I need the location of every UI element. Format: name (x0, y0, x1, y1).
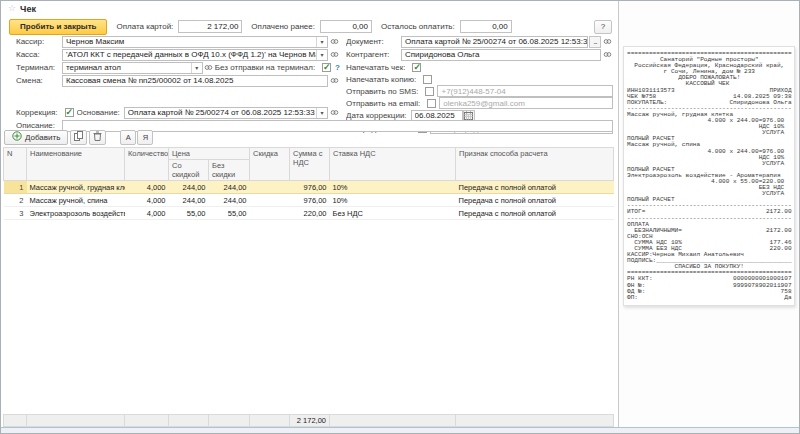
header-vat[interactable]: Ставка НДС (330, 148, 456, 181)
sort-ascending-button[interactable]: А (120, 130, 136, 145)
cell-vat[interactable]: Без НДС (330, 207, 456, 220)
chevron-down-icon[interactable] (316, 50, 327, 60)
chevron-down-icon[interactable] (316, 108, 327, 118)
help-button[interactable]: ? (594, 20, 612, 34)
terminal-label: Терминал: (16, 63, 62, 72)
cell-discount[interactable] (250, 207, 290, 220)
cell-price-disc[interactable]: 55,00 (169, 207, 209, 220)
register-input[interactable]: 'АТОЛ ККТ с передачей данных в ОФД 10.х … (62, 49, 328, 61)
cell-num[interactable]: 3 (4, 207, 27, 220)
print-receipt-checkbox[interactable] (412, 63, 421, 72)
cell-method[interactable]: Передача с полной оплатой (456, 181, 614, 194)
sms-phone-input[interactable]: +7(912)448-57-04 (437, 85, 613, 97)
cell-num[interactable]: 1 (4, 181, 27, 194)
receipt-preview-panel: ========================================… (618, 1, 799, 427)
cashier-input[interactable]: Чернов Максим (62, 36, 328, 48)
sort-descending-button[interactable]: Я (137, 130, 153, 145)
open-link-icon[interactable] (601, 49, 613, 61)
cell-num[interactable]: 2 (4, 194, 27, 207)
open-link-icon[interactable] (328, 75, 340, 87)
totals-empty (4, 415, 27, 427)
basis-input[interactable]: Оплата картой № 25/00274 от 06.08.2025 1… (124, 107, 328, 119)
document-input[interactable]: Оплата картой № 25/00274 от 06.08.2025 1… (401, 36, 588, 48)
favorite-star-icon[interactable]: ☆ (8, 4, 16, 13)
header-name[interactable]: Наименование (27, 148, 125, 181)
open-link-icon[interactable] (601, 36, 613, 48)
shift-value: Кассовая смена № nn25/00002 от 14.08.202… (66, 76, 327, 85)
terminal-row: Терминал: терминал атол Без отправки на … (16, 61, 340, 74)
cell-price-full[interactable]: 55,00 (209, 207, 250, 220)
counterparty-label: Контрагент: (346, 50, 401, 59)
chevron-down-icon[interactable] (316, 37, 327, 47)
totals-empty (169, 415, 209, 427)
chevron-down-icon[interactable] (191, 63, 202, 73)
delete-row-button[interactable] (89, 130, 106, 145)
open-link-icon[interactable] (203, 62, 215, 74)
cell-qty[interactable]: 4,000 (125, 207, 169, 220)
cell-sum[interactable]: 976,00 (290, 194, 330, 207)
cell-name[interactable]: Электроаэрозоль воздействие - ... (27, 207, 125, 220)
terminal-help-icon[interactable]: ? (335, 63, 340, 72)
totals-row: 2 172,00 (4, 415, 614, 427)
header-sum[interactable]: Сумма с НДС (290, 148, 330, 181)
cell-vat[interactable]: 10% (330, 194, 456, 207)
cell-price-disc[interactable]: 244,00 (169, 181, 209, 194)
cell-name[interactable]: Массаж ручной, спина (27, 194, 125, 207)
counterparty-input[interactable]: Спиридонова Ольга (401, 49, 601, 61)
open-link-icon[interactable] (328, 107, 340, 119)
cell-price-full[interactable]: 244,00 (209, 194, 250, 207)
open-link-icon[interactable] (328, 49, 340, 61)
card-payment-label: Оплата картой: (116, 22, 173, 31)
basis-label: Основание: (77, 108, 120, 117)
receipt-paper: ========================================… (623, 46, 795, 306)
header-price-disc[interactable]: Со скидкой (169, 160, 209, 181)
send-email-checkbox[interactable] (427, 99, 436, 108)
correction-label: Коррекция: (16, 108, 58, 117)
trash-icon (93, 131, 102, 143)
header-price-full[interactable]: Без скидки (209, 160, 250, 181)
send-sms-checkbox[interactable] (425, 87, 434, 96)
cell-vat[interactable]: 10% (330, 181, 456, 194)
header-num[interactable]: N (4, 148, 27, 181)
cell-qty[interactable]: 4,000 (125, 194, 169, 207)
table-row[interactable]: 1 Массаж ручной, грудная клетка 4,000 24… (4, 181, 614, 194)
cell-sum[interactable]: 976,00 (290, 181, 330, 194)
cell-qty[interactable]: 4,000 (125, 181, 169, 194)
document-more-button[interactable]: ... (589, 36, 601, 48)
cell-price-disc[interactable]: 244,00 (169, 194, 209, 207)
open-link-icon[interactable] (328, 36, 340, 48)
cell-name[interactable]: Массаж ручной, грудная клетка (27, 181, 125, 194)
sms-phone-value: +7(912)448-57-04 (441, 87, 612, 96)
cell-method[interactable]: Передача с полной оплатой (456, 194, 614, 207)
totals-empty (250, 415, 290, 427)
cell-discount[interactable] (250, 181, 290, 194)
table-row[interactable]: 3 Электроаэрозоль воздействие - ... 4,00… (4, 207, 614, 220)
cell-method[interactable]: Передача с полной оплатой (456, 207, 614, 220)
send-email-label: Отправить на email: (346, 99, 420, 108)
register-row: Касса: 'АТОЛ ККТ с передачей данных в ОФ… (16, 48, 340, 61)
print-copy-checkbox[interactable] (423, 75, 432, 84)
print-receipt-row: Напечатать чек: (346, 61, 613, 73)
header-qty[interactable]: Количество (125, 148, 169, 181)
table-row[interactable]: 2 Массаж ручной, спина 4,000 244,00 244,… (4, 194, 614, 207)
no-terminal-send-checkbox[interactable] (322, 63, 331, 72)
copy-row-button[interactable] (70, 130, 87, 145)
shift-input[interactable]: Кассовая смена № nn25/00002 от 14.08.202… (62, 75, 328, 87)
terminal-input[interactable]: терминал атол (62, 62, 203, 74)
cell-discount[interactable] (250, 194, 290, 207)
cell-sum[interactable]: 220,00 (290, 207, 330, 220)
card-payment-input[interactable]: 2 172,00 (178, 20, 242, 33)
cell-price-full[interactable]: 244,00 (209, 181, 250, 194)
correction-checkbox[interactable] (65, 108, 74, 117)
send-email-row: Отправить на email: olenka259@gmail.com (346, 97, 613, 109)
header-price[interactable]: Цена (169, 148, 250, 160)
header-discount[interactable]: Скидка (250, 148, 290, 181)
terminal-value: терминал атол (66, 63, 191, 72)
document-value: Оплата картой № 25/00274 от 06.08.2025 1… (405, 37, 587, 46)
left-to-pay-input[interactable]: 0,00 (460, 20, 512, 33)
post-and-close-button[interactable]: Пробить и закрыть (9, 19, 107, 35)
header-method[interactable]: Признак способа расчета (456, 148, 614, 181)
paid-earlier-input[interactable]: 0,00 (320, 20, 372, 33)
email-input[interactable]: olenka259@gmail.com (439, 97, 613, 109)
add-row-button[interactable]: Добавить (4, 130, 68, 145)
